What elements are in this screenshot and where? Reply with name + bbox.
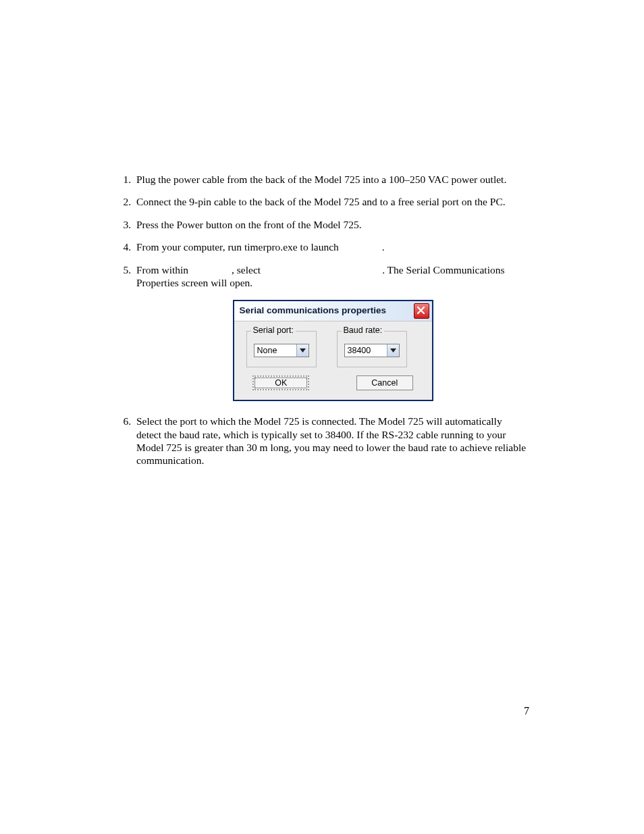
step-6: Select the port to which the Model 725 i…	[134, 415, 529, 467]
chevron-down-icon	[300, 348, 306, 353]
serial-port-label: Serial port:	[251, 325, 296, 336]
dialog-title: Serial communications properties	[240, 305, 387, 317]
serial-port-dropdown[interactable]: None	[254, 344, 309, 357]
dialog-body: Serial port: None Baud rate: 38400	[234, 321, 432, 371]
step-text: .	[382, 241, 385, 253]
dialog-actions: OK Cancel	[234, 371, 432, 400]
cancel-button[interactable]: Cancel	[356, 375, 413, 390]
step-text: Connect the 9-pin cable to the back of t…	[136, 196, 506, 207]
step-text: Plug the power cable from the back of th…	[136, 174, 506, 185]
step-list: Plug the power cable from the back of th…	[115, 173, 529, 467]
dialog-titlebar: Serial communications properties	[234, 301, 432, 321]
baud-rate-value: 38400	[345, 344, 387, 357]
step-text: From within	[136, 264, 188, 276]
chevron-down-icon	[390, 348, 396, 353]
step-text: . The Serial Communications Properties s…	[136, 264, 505, 288]
serial-port-group: Serial port: None	[246, 331, 317, 367]
step-text: Select the port to which the Model 725 i…	[136, 415, 526, 466]
step-2: Connect the 9-pin cable to the back of t…	[134, 195, 529, 208]
dropdown-button[interactable]	[296, 344, 308, 357]
baud-rate-group: Baud rate: 38400	[337, 331, 407, 367]
close-button[interactable]	[414, 303, 429, 319]
close-icon	[416, 305, 426, 315]
step-5: From within, select. The Serial Communic…	[134, 263, 529, 402]
step-1: Plug the power cable from the back of th…	[134, 173, 529, 186]
serial-port-value: None	[254, 344, 296, 357]
dropdown-button[interactable]	[387, 344, 399, 357]
step-text: , select	[232, 264, 261, 276]
step-3: Press the Power button on the front of t…	[134, 218, 529, 231]
step-4: From your computer, run timerpro.exe to …	[134, 240, 529, 253]
serial-comm-dialog: Serial communications properties Serial …	[233, 300, 433, 401]
baud-rate-dropdown[interactable]: 38400	[344, 344, 400, 357]
page-number: 7	[524, 704, 529, 718]
baud-rate-label: Baud rate:	[342, 325, 385, 336]
step-text: From your computer, run timerpro.exe to …	[136, 241, 339, 253]
step-text: Press the Power button on the front of t…	[136, 219, 362, 230]
ok-button[interactable]: OK	[252, 375, 309, 390]
